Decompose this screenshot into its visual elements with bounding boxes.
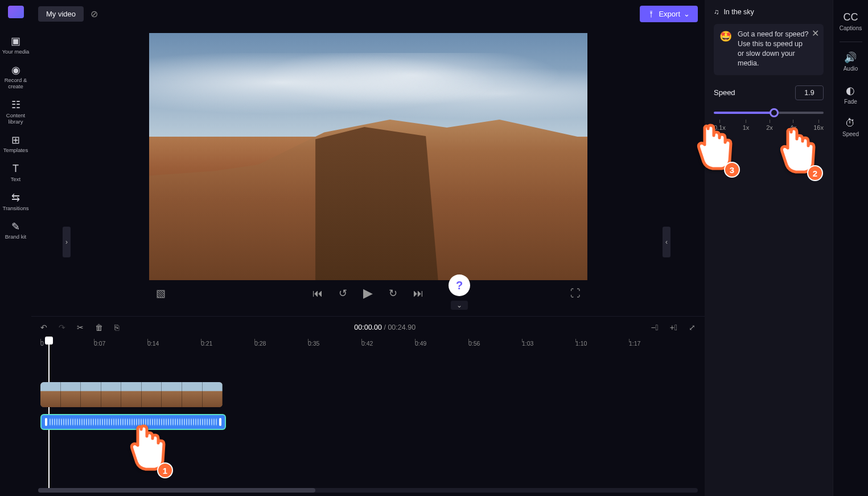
- captions-icon: CC: [840, 11, 862, 23]
- tip-text: Got a need for speed? Use this to speed …: [738, 30, 817, 68]
- ruler-tick: 0:35: [308, 340, 319, 347]
- camera-icon: ◉: [1, 64, 31, 76]
- nav-label: Transitions: [1, 206, 31, 212]
- tip-card: 🤩 Got a need for speed? Use this to spee…: [714, 24, 824, 75]
- timeline-toolbar: ↶ ↷ ✂ 🗑 ⎘ 00:00.00 / 00:24.90 −⃝ +⃝ ⤢: [31, 316, 705, 338]
- export-label: Export: [659, 10, 680, 18]
- help-button[interactable]: ?: [449, 274, 470, 296]
- transport-controls: ▧ ⏮ ↺ ▶ ↻ ⏭ ⛶: [149, 280, 587, 306]
- nav-brand-kit[interactable]: ✎ Brand kit: [1, 216, 31, 244]
- ruler-tick: 0: [40, 340, 44, 347]
- rewind-icon[interactable]: ↺: [339, 287, 347, 300]
- duration: 00:24.90: [388, 323, 416, 331]
- close-icon[interactable]: ✕: [812, 27, 819, 40]
- tool-audio[interactable]: 🔊 Audio: [844, 48, 858, 76]
- duplicate-icon[interactable]: ⎘: [114, 323, 119, 332]
- tool-label: Fade: [844, 99, 857, 105]
- expand-left-panel[interactable]: ›: [63, 227, 71, 257]
- palette-icon: ✎: [1, 221, 31, 233]
- clip-handle-right[interactable]: [219, 418, 221, 426]
- ruler-tick: 1:17: [629, 340, 640, 347]
- nav-label: Record & create: [1, 77, 31, 90]
- tutorial-hand-2: 2: [774, 124, 820, 178]
- timecode: 00:00.00 / 00:24.90: [354, 323, 416, 331]
- library-icon: ☷: [1, 99, 31, 111]
- video-preview[interactable]: [149, 33, 587, 280]
- nav-content-library[interactable]: ☷ Content library: [1, 95, 31, 129]
- ruler-tick: 0:14: [147, 340, 159, 347]
- fullscreen-icon[interactable]: ⛶: [570, 288, 581, 300]
- skip-end-icon[interactable]: ⏭: [413, 288, 423, 300]
- tool-label: Audio: [844, 65, 858, 72]
- slider-thumb[interactable]: [770, 108, 779, 117]
- tutorial-hand-1: 1: [124, 421, 170, 475]
- upload-icon: ⭱: [648, 10, 655, 18]
- speaker-icon: 🔊: [844, 51, 858, 64]
- clip-handle-left[interactable]: [45, 418, 47, 426]
- play-button[interactable]: ▶: [363, 286, 373, 301]
- ruler-tick: 1:03: [522, 340, 533, 347]
- tool-fade[interactable]: ◐ Fade: [844, 81, 857, 109]
- speed-input[interactable]: [795, 85, 824, 100]
- redo-icon[interactable]: ↷: [59, 323, 65, 332]
- left-sidebar: ▣ Your media ◉ Record & create ☷ Content…: [0, 0, 31, 496]
- undo-icon[interactable]: ↶: [40, 323, 47, 332]
- chevron-down-icon: ⌄: [684, 10, 690, 18]
- zoom-out-icon[interactable]: −⃝: [651, 323, 658, 332]
- audio-track-title: In the sky: [723, 8, 754, 16]
- panel-collapse-icon[interactable]: ⌄: [451, 301, 468, 310]
- tool-speed[interactable]: ⏱ Speed: [842, 114, 859, 142]
- skip-start-icon[interactable]: ⏮: [312, 288, 323, 300]
- expand-right-panel[interactable]: ‹: [663, 227, 670, 257]
- speedometer-icon: ⏱: [842, 117, 859, 129]
- current-time: 00:00.00: [354, 323, 382, 331]
- inspector-panel: ♫ In the sky 🤩 Got a need for speed? Use…: [705, 0, 833, 496]
- timeline-scrollbar[interactable]: [38, 488, 698, 493]
- project-title[interactable]: My video: [38, 6, 84, 22]
- tool-label: Captions: [840, 25, 862, 31]
- starry-eyes-emoji-icon: 🤩: [719, 30, 732, 43]
- header-bar: My video ⊘ ⭱ Export ⌄: [31, 0, 705, 27]
- tutorial-step-badge: 1: [157, 462, 173, 478]
- tool-captions[interactable]: CC Captions: [840, 8, 862, 36]
- nav-label: Text: [1, 177, 31, 183]
- timeline-ruler[interactable]: 0 0:07 0:14 0:21 0:28 0:35 0:42 0:49 0:5…: [38, 338, 705, 354]
- media-icon: ▣: [1, 35, 31, 47]
- fit-timeline-icon[interactable]: ⤢: [689, 323, 696, 332]
- slider-mark: 2x: [766, 120, 773, 131]
- music-note-icon: ♫: [714, 8, 719, 16]
- split-icon[interactable]: ✂: [77, 323, 84, 332]
- nav-label: Templates: [1, 147, 31, 154]
- video-clip[interactable]: [40, 382, 223, 407]
- app-logo-icon: [8, 6, 24, 18]
- nav-label: Your media: [1, 49, 31, 55]
- nav-your-media[interactable]: ▣ Your media: [1, 31, 31, 59]
- ruler-tick: 0:21: [201, 340, 212, 347]
- ruler-tick: 0:49: [415, 340, 426, 347]
- ruler-tick: 0:07: [94, 340, 105, 347]
- hide-preview-icon[interactable]: ▧: [156, 287, 166, 300]
- cloud-off-icon[interactable]: ⊘: [90, 9, 98, 19]
- forward-icon[interactable]: ↻: [389, 287, 397, 300]
- tutorial-step-badge: 2: [807, 165, 823, 181]
- tutorial-hand-3: 3: [691, 121, 737, 174]
- nav-templates[interactable]: ⊞ Templates: [1, 130, 31, 158]
- text-icon: T: [1, 163, 31, 175]
- nav-text[interactable]: T Text: [1, 158, 31, 186]
- scrollbar-thumb[interactable]: [38, 488, 315, 493]
- fade-icon: ◐: [844, 84, 857, 97]
- slider-mark: 1x: [743, 120, 750, 131]
- tool-label: Speed: [842, 131, 859, 137]
- export-button[interactable]: ⭱ Export ⌄: [640, 6, 698, 22]
- nav-record-create[interactable]: ◉ Record & create: [1, 60, 31, 94]
- playhead[interactable]: [45, 337, 53, 345]
- delete-icon[interactable]: 🗑: [95, 323, 103, 332]
- transitions-icon: ⇆: [1, 192, 31, 204]
- nav-label: Content library: [1, 113, 31, 125]
- zoom-in-icon[interactable]: +⃝: [670, 323, 677, 332]
- slider-track[interactable]: [714, 112, 824, 114]
- tutorial-step-badge: 3: [724, 162, 740, 178]
- speed-label: Speed: [714, 88, 735, 97]
- nav-transitions[interactable]: ⇆ Transitions: [1, 187, 31, 215]
- ruler-tick: 0:28: [254, 340, 266, 347]
